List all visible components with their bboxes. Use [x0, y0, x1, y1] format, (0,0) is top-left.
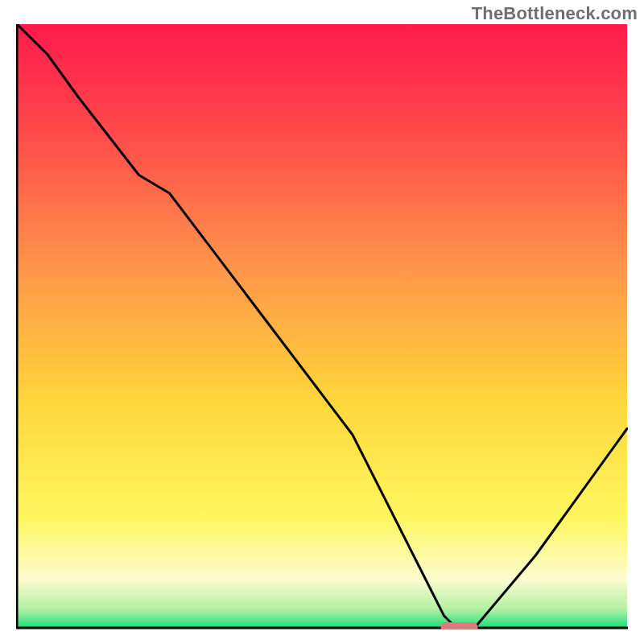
gradient-background — [17, 24, 627, 627]
chart-stage: TheBottleneck.com — [0, 0, 644, 644]
watermark-text: TheBottleneck.com — [472, 3, 638, 24]
bottleneck-chart — [16, 24, 628, 630]
optimum-marker — [441, 622, 478, 630]
